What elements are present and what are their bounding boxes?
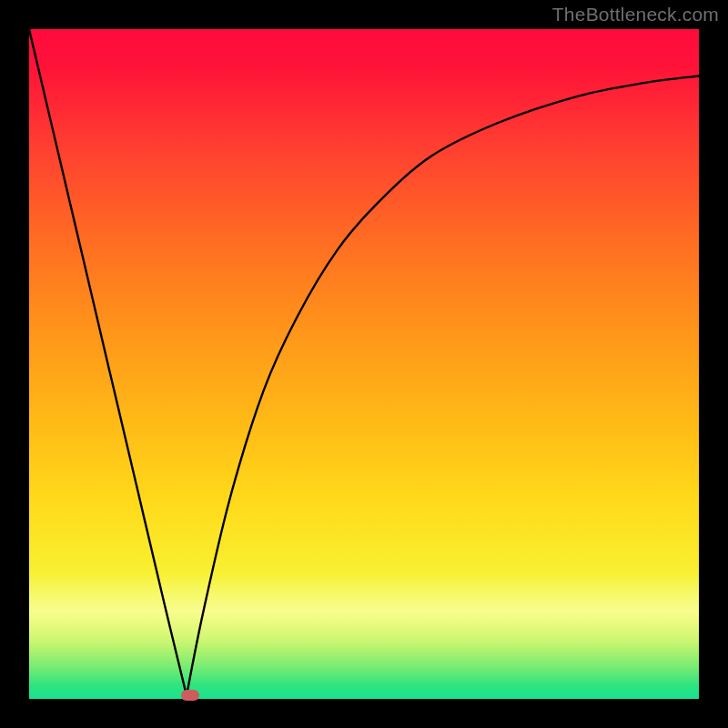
chart-frame: TheBottleneck.com <box>0 0 728 728</box>
attribution-text: TheBottleneck.com <box>552 4 719 25</box>
plot-area <box>29 29 699 699</box>
